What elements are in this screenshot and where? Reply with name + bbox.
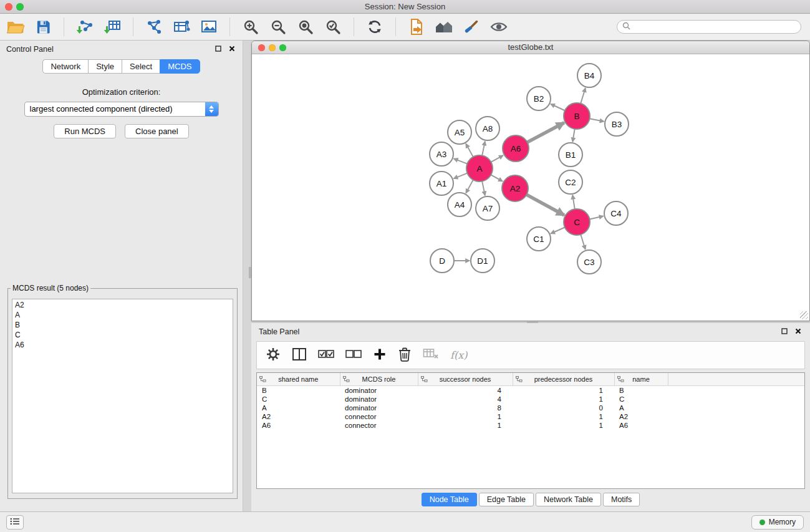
edge-B-B1[interactable] — [572, 129, 574, 142]
image-export-icon[interactable] — [200, 17, 218, 37]
resize-grip[interactable] — [800, 311, 808, 319]
node-C1[interactable]: C1 — [527, 227, 551, 251]
node-B3[interactable]: B3 — [605, 112, 629, 136]
settings-icon[interactable] — [266, 347, 281, 364]
table-cell[interactable]: C — [257, 395, 340, 404]
table-cell[interactable]: connector — [340, 421, 418, 430]
mcds-result-item[interactable]: A6 — [12, 340, 233, 350]
node-C[interactable]: C — [564, 209, 590, 235]
memory-button[interactable]: Memory — [751, 515, 804, 530]
save-icon[interactable] — [34, 17, 52, 37]
table-cell[interactable]: connector — [340, 412, 418, 421]
table-cell[interactable]: A2 — [614, 412, 668, 421]
network-icon[interactable] — [145, 17, 163, 37]
node-C4[interactable]: C4 — [604, 201, 628, 225]
edge-C-C2[interactable] — [572, 195, 575, 210]
column-header-predecessor-nodes[interactable]: predecessor nodes — [513, 373, 614, 385]
edge-B-B4[interactable] — [581, 88, 586, 104]
node-A3[interactable]: A3 — [430, 142, 453, 166]
table-cell[interactable]: 1 — [513, 395, 614, 404]
table-cell[interactable]: 8 — [418, 404, 513, 412]
deselect-all-icon[interactable] — [345, 349, 362, 362]
table-cell[interactable]: 4 — [418, 385, 513, 395]
document-export-icon[interactable] — [407, 17, 426, 37]
edge-A-A5[interactable] — [466, 143, 473, 157]
edge-A-A4[interactable] — [466, 180, 473, 193]
edge-A-A6[interactable] — [491, 155, 503, 162]
node-A1[interactable]: A1 — [430, 172, 453, 195]
column-header-shared-name[interactable]: shared name — [257, 373, 340, 385]
table-row[interactable]: Adominator80A — [257, 404, 804, 412]
table-cell[interactable]: 1 — [418, 412, 513, 421]
home-icon[interactable] — [435, 17, 453, 37]
node-A5[interactable]: A5 — [448, 120, 471, 144]
column-header-name[interactable]: name — [614, 373, 668, 385]
table-cell[interactable]: dominator — [340, 404, 418, 412]
edge-B-B2[interactable] — [551, 104, 565, 110]
node-D1[interactable]: D1 — [471, 249, 494, 273]
refresh-icon[interactable] — [365, 17, 384, 37]
table-cell[interactable]: 1 — [418, 421, 513, 430]
table-cell[interactable]: A2 — [257, 412, 340, 421]
search-field[interactable] — [617, 20, 801, 34]
node-B2[interactable]: B2 — [527, 87, 551, 110]
network-table-icon[interactable] — [172, 17, 191, 37]
column-header-successor-nodes[interactable]: successor nodes — [418, 373, 513, 385]
tab-node-table[interactable]: Node Table — [422, 493, 477, 506]
select-all-icon[interactable] — [318, 349, 334, 362]
brush-icon[interactable] — [462, 17, 481, 37]
edge-B-B3[interactable] — [590, 118, 604, 122]
import-table-icon[interactable] — [103, 17, 122, 37]
zoom-selected-icon[interactable] — [324, 17, 342, 37]
tab-select[interactable]: Select — [122, 59, 160, 74]
edge-A6-B[interactable] — [528, 123, 564, 142]
run-mcds-button[interactable]: Run MCDS — [54, 124, 116, 138]
node-B1[interactable]: B1 — [559, 143, 582, 167]
edge-A-A1[interactable] — [454, 173, 468, 179]
function-builder-icon[interactable]: f(x) — [450, 349, 467, 361]
table-cell[interactable]: B — [257, 385, 340, 395]
zoom-in-icon[interactable] — [241, 17, 260, 37]
table-cell[interactable]: A — [257, 404, 340, 412]
float-panel-icon[interactable] — [215, 45, 221, 54]
node-A7[interactable]: A7 — [476, 196, 499, 220]
table-cell[interactable]: 1 — [513, 385, 614, 395]
zoom-window-button[interactable] — [16, 3, 24, 11]
tab-mcds[interactable]: MCDS — [160, 59, 200, 74]
table-cell[interactable]: 1 — [513, 412, 614, 421]
folder-open-icon[interactable] — [6, 17, 25, 37]
node-D[interactable]: D — [430, 249, 454, 273]
zoom-fit-icon[interactable] — [296, 17, 315, 37]
tab-style[interactable]: Style — [88, 59, 122, 74]
node-A8[interactable]: A8 — [476, 117, 499, 140]
tab-network-table[interactable]: Network Table — [536, 493, 601, 506]
task-history-button[interactable] — [6, 515, 24, 530]
edge-C-C3[interactable] — [581, 235, 585, 249]
table-cell[interactable]: C — [614, 395, 668, 404]
columns-icon[interactable] — [292, 347, 307, 364]
table-cell[interactable]: 4 — [418, 395, 513, 404]
network-minimize-button[interactable] — [269, 44, 276, 51]
delete-icon[interactable] — [398, 347, 412, 364]
node-C3[interactable]: C3 — [577, 250, 601, 274]
mcds-result-item[interactable]: C — [12, 330, 233, 340]
import-network-icon[interactable] — [75, 17, 94, 37]
tab-motifs[interactable]: Motifs — [603, 493, 640, 506]
node-B[interactable]: B — [564, 103, 590, 129]
eye-icon[interactable] — [489, 17, 508, 37]
table-cell[interactable]: 0 — [513, 404, 614, 412]
edge-C-C4[interactable] — [589, 216, 603, 220]
table-row[interactable]: Cdominator41C — [257, 395, 804, 404]
table-cell[interactable]: A — [614, 404, 668, 412]
table-cell[interactable]: dominator — [340, 385, 418, 395]
zoom-out-icon[interactable] — [269, 17, 287, 37]
table-cell[interactable]: dominator — [340, 395, 418, 404]
table-cell[interactable]: 1 — [513, 421, 614, 430]
node-A[interactable]: A — [466, 155, 493, 181]
mcds-result-item[interactable]: A2 — [12, 300, 233, 310]
vertical-splitter-handle[interactable] — [249, 267, 251, 278]
edge-A-A7[interactable] — [482, 181, 485, 196]
node-B4[interactable]: B4 — [577, 64, 601, 87]
table-row[interactable]: Bdominator41B — [257, 385, 804, 395]
network-close-button[interactable] — [258, 44, 265, 51]
